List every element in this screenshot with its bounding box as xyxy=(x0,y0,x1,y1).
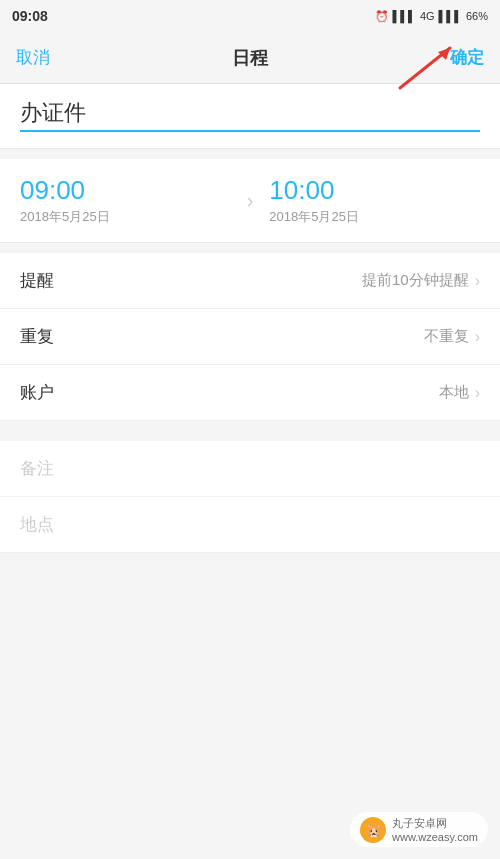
start-time-value: 09:00 xyxy=(20,175,231,206)
repeat-value-wrap: 不重复 › xyxy=(424,327,480,346)
alarm-icon: ⏰ xyxy=(375,10,389,23)
section-divider-1 xyxy=(0,149,500,159)
repeat-row[interactable]: 重复 不重复 › xyxy=(0,309,500,365)
location-placeholder: 地点 xyxy=(20,515,54,534)
account-label: 账户 xyxy=(20,381,54,404)
reminder-value-wrap: 提前10分钟提醒 › xyxy=(362,271,480,290)
start-time-block[interactable]: 09:00 2018年5月25日 xyxy=(20,175,231,226)
battery: 66% xyxy=(466,10,488,22)
account-row[interactable]: 账户 本地 › xyxy=(0,365,500,421)
location-row[interactable]: 地点 xyxy=(0,497,500,553)
section-divider-2 xyxy=(0,421,500,431)
cancel-button[interactable]: 取消 xyxy=(16,46,50,69)
page-title: 日程 xyxy=(232,46,268,70)
event-title-input[interactable] xyxy=(20,100,480,132)
settings-section: 提醒 提前10分钟提醒 › 重复 不重复 › 账户 本地 › xyxy=(0,253,500,421)
signal-bars: ▌▌▌ xyxy=(393,10,416,22)
account-value-wrap: 本地 › xyxy=(439,383,480,402)
watermark-url: www.wzeasy.com xyxy=(392,831,478,843)
watermark-icon: 🐹 xyxy=(360,817,386,843)
reminder-label: 提醒 xyxy=(20,269,54,292)
notes-placeholder: 备注 xyxy=(20,459,54,478)
repeat-value: 不重复 xyxy=(424,327,469,346)
account-value: 本地 xyxy=(439,383,469,402)
time-separator-chevron: › xyxy=(231,189,270,212)
watermark-title: 丸子安卓网 xyxy=(392,816,478,831)
repeat-chevron-icon: › xyxy=(475,328,480,346)
end-time-date: 2018年5月25日 xyxy=(269,208,480,226)
repeat-label: 重复 xyxy=(20,325,54,348)
reminder-row[interactable]: 提醒 提前10分钟提醒 › xyxy=(0,253,500,309)
status-time: 09:08 xyxy=(12,8,48,24)
signal-bars-2: ▌▌▌ xyxy=(439,10,462,22)
notes-section: 备注 地点 xyxy=(0,441,500,553)
account-chevron-icon: › xyxy=(475,384,480,402)
confirm-button[interactable]: 确定 xyxy=(450,46,484,69)
reminder-value: 提前10分钟提醒 xyxy=(362,271,469,290)
title-section xyxy=(0,84,500,149)
status-icons: ⏰ ▌▌▌ 4G ▌▌▌ 66% xyxy=(375,10,489,23)
start-time-date: 2018年5月25日 xyxy=(20,208,231,226)
network-type: 4G xyxy=(420,10,435,22)
reminder-chevron-icon: › xyxy=(475,272,480,290)
watermark: 🐹 丸子安卓网 www.wzeasy.com xyxy=(350,812,488,847)
status-bar: 09:08 ⏰ ▌▌▌ 4G ▌▌▌ 66% xyxy=(0,0,500,32)
end-time-block[interactable]: 10:00 2018年5月25日 xyxy=(269,175,480,226)
time-section[interactable]: 09:00 2018年5月25日 › 10:00 2018年5月25日 xyxy=(0,159,500,243)
end-time-value: 10:00 xyxy=(269,175,480,206)
notes-row[interactable]: 备注 xyxy=(0,441,500,497)
watermark-text: 丸子安卓网 www.wzeasy.com xyxy=(392,816,478,843)
nav-bar: 取消 日程 确定 xyxy=(0,32,500,84)
